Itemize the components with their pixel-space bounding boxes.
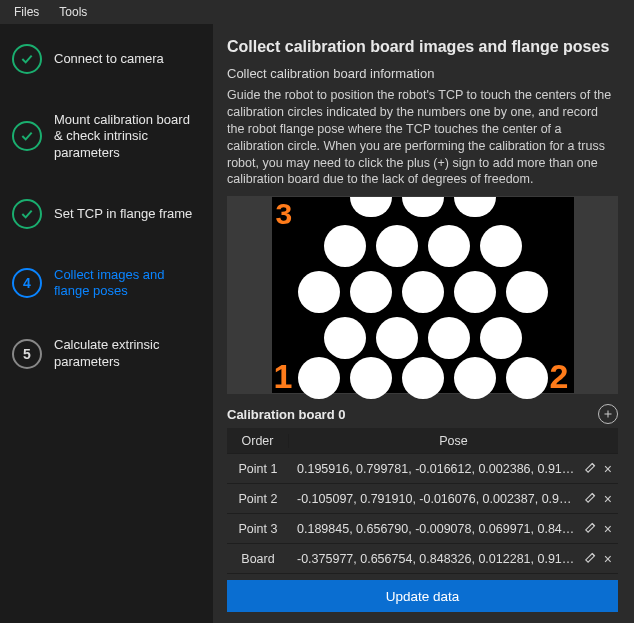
- col-order: Order: [227, 434, 289, 448]
- table-header: Order Pose: [227, 428, 618, 454]
- step-label: Connect to camera: [54, 51, 164, 67]
- row-actions: ×: [576, 490, 618, 507]
- delete-icon[interactable]: ×: [602, 521, 614, 537]
- calibration-dot: [454, 357, 496, 399]
- calibration-dot: [350, 271, 392, 313]
- delete-icon[interactable]: ×: [602, 461, 614, 477]
- calibration-dot: [350, 197, 392, 217]
- menu-files[interactable]: Files: [4, 3, 49, 21]
- cell-order: Point 3: [227, 522, 289, 536]
- calibration-dot: [402, 197, 444, 217]
- row-actions: ×: [576, 460, 618, 477]
- calibration-dot: [454, 271, 496, 313]
- col-pose: Pose: [289, 434, 618, 448]
- cell-order: Point 2: [227, 492, 289, 506]
- table-row: Point 2 -0.105097, 0.791910, -0.016076, …: [227, 484, 618, 514]
- calibration-dot: [402, 271, 444, 313]
- page-title: Collect calibration board images and fla…: [227, 38, 618, 56]
- edit-icon[interactable]: [584, 550, 598, 567]
- cell-pose: -0.375977, 0.656754, 0.848326, 0.012281,…: [289, 552, 576, 566]
- delete-icon[interactable]: ×: [602, 491, 614, 507]
- row-actions: ×: [576, 550, 618, 567]
- calibration-dot: [376, 225, 418, 267]
- step-number-icon: 5: [12, 339, 42, 369]
- step-set-tcp[interactable]: Set TCP in flange frame: [8, 199, 205, 229]
- table-row: Board -0.375977, 0.656754, 0.848326, 0.0…: [227, 544, 618, 574]
- calibration-board-image: 3 1 2: [272, 197, 574, 393]
- delete-icon[interactable]: ×: [602, 551, 614, 567]
- calibration-dot: [298, 271, 340, 313]
- calibration-dot: [480, 225, 522, 267]
- step-mount-board[interactable]: Mount calibration board & check intrinsi…: [8, 112, 205, 161]
- board-header: Calibration board 0: [227, 404, 618, 424]
- step-connect-camera[interactable]: Connect to camera: [8, 44, 205, 74]
- row-actions: ×: [576, 520, 618, 537]
- step-label: Mount calibration board & check intrinsi…: [54, 112, 201, 161]
- marker-1: 1: [274, 357, 293, 396]
- edit-icon[interactable]: [584, 460, 598, 477]
- cell-order: Point 1: [227, 462, 289, 476]
- calibration-dot: [480, 317, 522, 359]
- table-row: Point 3 0.189845, 0.656790, -0.009078, 0…: [227, 514, 618, 544]
- cell-order: Board: [227, 552, 289, 566]
- step-number-icon: 4: [12, 268, 42, 298]
- check-icon: [12, 121, 42, 151]
- calibration-dot: [454, 197, 496, 217]
- calibration-dot: [402, 357, 444, 399]
- menu-tools[interactable]: Tools: [49, 3, 97, 21]
- container: Connect to camera Mount calibration boar…: [0, 24, 634, 623]
- step-collect-images[interactable]: 4 Collect images and flange poses: [8, 267, 205, 300]
- section-subtitle: Collect calibration board information: [227, 66, 618, 81]
- calibration-dot: [376, 317, 418, 359]
- calibration-board-preview: 3 1 2: [227, 196, 618, 394]
- step-label: Collect images and flange poses: [54, 267, 201, 300]
- check-icon: [12, 199, 42, 229]
- section-description: Guide the robot to position the robot's …: [227, 87, 618, 188]
- cell-pose: -0.105097, 0.791910, -0.016076, 0.002387…: [289, 492, 576, 506]
- sidebar: Connect to camera Mount calibration boar…: [0, 24, 213, 623]
- step-label: Set TCP in flange frame: [54, 206, 192, 222]
- calibration-dot: [324, 317, 366, 359]
- board-title: Calibration board 0: [227, 407, 345, 422]
- main-panel: Collect calibration board images and fla…: [213, 24, 634, 623]
- add-board-button[interactable]: [598, 404, 618, 424]
- calibration-dot: [298, 357, 340, 399]
- step-calculate-extrinsic[interactable]: 5 Calculate extrinsic parameters: [8, 337, 205, 370]
- cell-pose: 0.189845, 0.656790, -0.009078, 0.069971,…: [289, 522, 576, 536]
- calibration-dot: [350, 357, 392, 399]
- step-label: Calculate extrinsic parameters: [54, 337, 201, 370]
- marker-3: 3: [276, 197, 293, 231]
- calibration-dot: [506, 271, 548, 313]
- marker-2: 2: [550, 357, 569, 396]
- calibration-dot: [506, 357, 548, 399]
- menubar: Files Tools: [0, 0, 634, 24]
- check-icon: [12, 44, 42, 74]
- cell-pose: 0.195916, 0.799781, -0.016612, 0.002386,…: [289, 462, 576, 476]
- update-data-button[interactable]: Update data: [227, 580, 618, 612]
- calibration-dot: [428, 225, 470, 267]
- edit-icon[interactable]: [584, 520, 598, 537]
- edit-icon[interactable]: [584, 490, 598, 507]
- table-row: Point 1 0.195916, 0.799781, -0.016612, 0…: [227, 454, 618, 484]
- calibration-dot: [324, 225, 366, 267]
- calibration-dot: [428, 317, 470, 359]
